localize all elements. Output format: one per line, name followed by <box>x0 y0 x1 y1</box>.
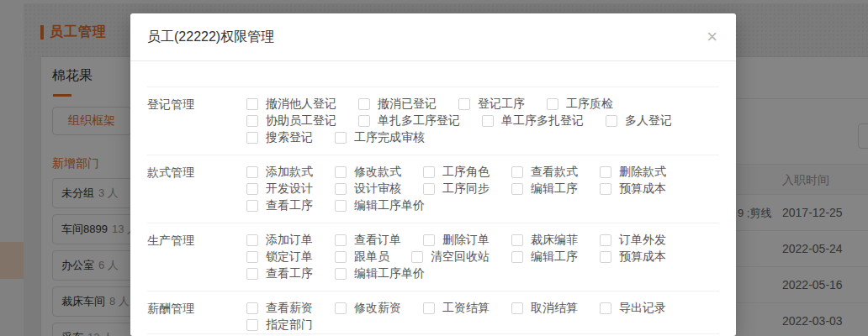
checkbox-unchecked[interactable] <box>246 200 258 212</box>
checkbox-unchecked[interactable] <box>246 183 258 195</box>
permission-row: 锁定订单跟单员清空回收站编辑工序预算成本 <box>246 249 666 265</box>
checkbox-unchecked[interactable] <box>411 251 423 263</box>
permission-item[interactable]: 工序角色 <box>423 165 490 180</box>
checkbox-unchecked[interactable] <box>246 115 258 127</box>
permission-item[interactable]: 单工序多扎登记 <box>482 113 584 129</box>
permission-item[interactable]: 修改款式 <box>335 165 401 180</box>
permission-item[interactable]: 工资结算 <box>423 301 490 316</box>
close-icon[interactable]: × <box>707 28 717 46</box>
permission-label: 多人登记 <box>625 113 672 129</box>
permission-item[interactable]: 查看款式 <box>511 165 578 180</box>
checkbox-unchecked[interactable] <box>600 302 611 314</box>
permission-item[interactable]: 编辑工序 <box>511 249 578 265</box>
permission-item[interactable]: 查看工序 <box>246 266 313 281</box>
permission-item[interactable]: 清空回收站 <box>411 249 490 265</box>
permission-rows: 撤消他人登记撤消已登记登记工序工序质检协助员工登记单扎多工序登记单工序多扎登记多… <box>246 96 672 146</box>
checkbox-unchecked[interactable] <box>511 183 523 195</box>
checkbox-unchecked[interactable] <box>246 319 258 331</box>
checkbox-unchecked[interactable] <box>423 183 435 195</box>
permission-item[interactable]: 裁床编菲 <box>511 233 578 248</box>
permission-item[interactable]: 添加款式 <box>246 165 313 180</box>
permission-item[interactable]: 工序质检 <box>547 97 613 112</box>
permission-item[interactable]: 编辑工序单价 <box>335 266 425 281</box>
checkbox-unchecked[interactable] <box>335 302 347 314</box>
checkbox-unchecked[interactable] <box>511 302 523 314</box>
checkbox-unchecked[interactable] <box>358 115 370 127</box>
permission-item[interactable]: 锁定订单 <box>246 249 313 265</box>
permission-section: 登记管理撤消他人登记撤消已登记登记工序工序质检协助员工登记单扎多工序登记单工序多… <box>147 87 719 155</box>
checkbox-unchecked[interactable] <box>600 183 611 195</box>
permission-item[interactable]: 删除款式 <box>600 165 666 180</box>
checkbox-unchecked[interactable] <box>458 98 470 110</box>
permission-item[interactable]: 工序同步 <box>423 181 490 197</box>
permission-item[interactable]: 编辑工序单价 <box>335 198 425 213</box>
permission-sections: 登记管理撤消他人登记撤消已登记登记工序工序质检协助员工登记单扎多工序登记单工序多… <box>147 87 719 334</box>
permission-item[interactable]: 工序完成审核 <box>335 130 425 145</box>
permission-label: 删除订单 <box>442 233 490 248</box>
checkbox-unchecked[interactable] <box>511 234 523 246</box>
permission-item[interactable]: 登记工序 <box>458 97 525 112</box>
permission-group-label: 生产管理 <box>147 232 246 282</box>
permission-item[interactable]: 撤消已登记 <box>358 97 437 112</box>
modal-header: 员工(22222)权限管理 × <box>130 13 736 61</box>
checkbox-unchecked[interactable] <box>423 234 435 246</box>
permission-item[interactable]: 查看订单 <box>335 233 401 248</box>
checkbox-unchecked[interactable] <box>358 98 370 110</box>
permission-item[interactable]: 跟单员 <box>335 249 389 265</box>
page: 员工管理 棉花果 组织框架 新增部门 未分组3 人车间889913 人办公室6 … <box>0 0 868 336</box>
checkbox-unchecked[interactable] <box>423 166 435 178</box>
permission-item[interactable]: 导出记录 <box>600 301 666 316</box>
checkbox-unchecked[interactable] <box>600 234 611 246</box>
checkbox-unchecked[interactable] <box>246 251 258 263</box>
permission-item[interactable]: 取消结算 <box>511 301 578 316</box>
permission-item[interactable]: 查看工序 <box>246 198 313 213</box>
checkbox-unchecked[interactable] <box>335 183 347 195</box>
permission-item[interactable]: 多人登记 <box>606 113 672 129</box>
permission-item[interactable]: 撤消他人登记 <box>246 97 336 112</box>
permission-item[interactable]: 协助员工登记 <box>246 113 336 129</box>
checkbox-unchecked[interactable] <box>246 268 258 280</box>
permission-section: 生产管理添加订单查看订单删除订单裁床编菲订单外发锁定订单跟单员清空回收站编辑工序… <box>147 223 719 291</box>
permission-label: 工序角色 <box>442 165 490 180</box>
permission-row: 开发设计设计审核工序同步编辑工序预算成本 <box>246 181 666 197</box>
permission-rows: 添加款式修改款式工序角色查看款式删除款式开发设计设计审核工序同步编辑工序预算成本… <box>246 164 666 214</box>
permission-item[interactable]: 设计审核 <box>335 181 401 197</box>
checkbox-unchecked[interactable] <box>335 268 347 280</box>
permission-item[interactable]: 单扎多工序登记 <box>358 113 460 129</box>
checkbox-unchecked[interactable] <box>511 166 523 178</box>
checkbox-unchecked[interactable] <box>335 251 347 263</box>
checkbox-unchecked[interactable] <box>335 166 347 178</box>
permission-item[interactable]: 查看薪资 <box>246 301 313 316</box>
permission-item[interactable]: 删除订单 <box>423 233 490 248</box>
permission-item[interactable]: 订单外发 <box>600 233 666 248</box>
checkbox-unchecked[interactable] <box>600 166 611 178</box>
permission-label: 预算成本 <box>619 249 666 265</box>
checkbox-unchecked[interactable] <box>335 234 347 246</box>
permission-item[interactable]: 搜索登记 <box>246 130 313 145</box>
checkbox-unchecked[interactable] <box>335 200 347 212</box>
checkbox-unchecked[interactable] <box>246 98 258 110</box>
permission-label: 查看订单 <box>354 233 401 248</box>
checkbox-unchecked[interactable] <box>246 132 258 144</box>
permission-item[interactable]: 预算成本 <box>600 249 666 265</box>
permission-item[interactable]: 预算成本 <box>600 181 666 197</box>
checkbox-unchecked[interactable] <box>482 115 494 127</box>
permission-item[interactable]: 指定部门 <box>246 318 313 333</box>
permission-row: 添加订单查看订单删除订单裁床编菲订单外发 <box>246 232 666 249</box>
checkbox-unchecked[interactable] <box>335 132 347 144</box>
permission-label: 订单外发 <box>619 233 666 248</box>
checkbox-unchecked[interactable] <box>511 251 523 263</box>
checkbox-unchecked[interactable] <box>600 251 611 263</box>
permission-label: 编辑工序单价 <box>354 198 425 213</box>
checkbox-unchecked[interactable] <box>246 302 258 314</box>
permission-item[interactable]: 开发设计 <box>246 181 313 197</box>
checkbox-unchecked[interactable] <box>246 234 258 246</box>
permission-item[interactable]: 修改薪资 <box>335 301 401 316</box>
checkbox-unchecked[interactable] <box>547 98 558 110</box>
permission-item[interactable]: 编辑工序 <box>511 181 578 197</box>
checkbox-unchecked[interactable] <box>606 115 617 127</box>
permission-label: 编辑工序单价 <box>354 266 425 281</box>
checkbox-unchecked[interactable] <box>423 302 435 314</box>
checkbox-unchecked[interactable] <box>246 166 258 178</box>
permission-item[interactable]: 添加订单 <box>246 233 313 248</box>
